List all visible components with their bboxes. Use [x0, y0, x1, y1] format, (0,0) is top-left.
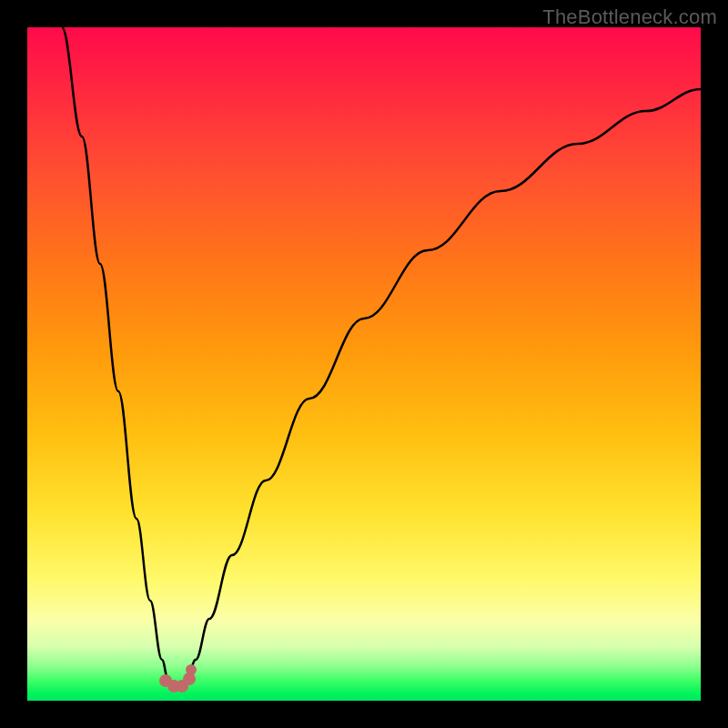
valley-marker	[186, 664, 197, 675]
watermark-text: TheBottleneck.com	[542, 5, 717, 29]
curve-left	[62, 27, 168, 681]
valley-marker	[183, 672, 196, 685]
valley-markers	[159, 664, 197, 693]
valley-marker	[159, 674, 172, 687]
curve-overlay	[27, 27, 701, 701]
valley-marker	[167, 680, 180, 693]
valley-marker	[176, 680, 188, 693]
curve-right	[187, 89, 701, 681]
chart-area	[27, 27, 701, 701]
